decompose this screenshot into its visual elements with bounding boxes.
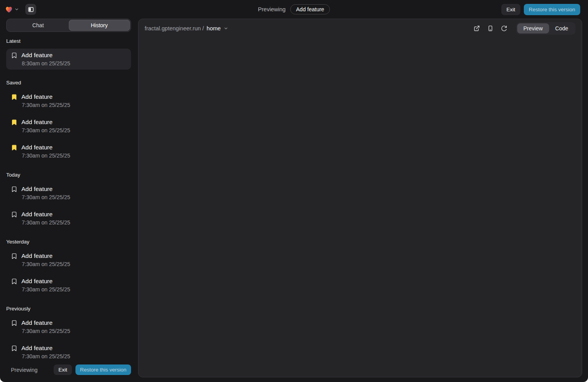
app-window: Previewing Add feature Exit Restore this…: [0, 0, 588, 382]
bookmark-outline-icon: [11, 320, 18, 326]
section-header-previously: Previously: [6, 306, 131, 312]
history-item[interactable]: Add feature7:30am on 25/25/25: [6, 275, 131, 296]
history-item-time: 7:30am on 25/25/25: [22, 127, 126, 133]
footer-previewing-label: Previewing: [11, 367, 37, 373]
history-item-title: Add feature: [21, 52, 52, 59]
bookmark-filled-icon: [11, 94, 18, 100]
history-sidebar: ChatHistory LatestAdd feature8:30am on 2…: [6, 19, 131, 377]
chevron-down-icon: [14, 7, 19, 12]
preview-url-page: home: [206, 25, 220, 32]
preview-url-selector[interactable]: fractal.gptengineer.run / home: [145, 25, 228, 32]
external-link-icon: [474, 25, 480, 32]
sidebar-panel-icon: [28, 6, 34, 13]
sidebar-footer: Previewing Exit Restore this version: [6, 361, 131, 377]
section-header-saved: Saved: [6, 80, 131, 86]
bookmark-outline-icon: [11, 278, 18, 285]
bookmark-filled-icon: [11, 119, 18, 126]
section-header-today: Today: [6, 172, 131, 178]
history-item-time: 7:30am on 25/25/25: [22, 152, 126, 159]
history-item-time: 7:30am on 25/25/25: [22, 353, 126, 359]
bookmark-outline-icon: [11, 186, 18, 193]
history-item[interactable]: Add feature8:30am on 25/25/25: [6, 49, 131, 70]
history-item-time: 7:30am on 25/25/25: [22, 261, 126, 267]
mobile-device-icon: [487, 25, 494, 32]
history-item-time: 7:30am on 25/25/25: [22, 328, 126, 334]
history-item-time: 7:30am on 25/25/25: [22, 194, 126, 200]
restore-version-button[interactable]: Restore this version: [524, 4, 580, 15]
history-item[interactable]: Add feature7:30am on 25/25/25: [6, 90, 131, 111]
history-item-time: 8:30am on 25/25/25: [22, 60, 126, 67]
open-in-new-tab-button[interactable]: [471, 23, 482, 34]
bookmark-filled-icon: [11, 144, 18, 151]
history-item-title: Add feature: [21, 345, 52, 352]
history-item-time: 7:30am on 25/25/25: [22, 286, 126, 293]
view-tab-preview[interactable]: Preview: [517, 23, 549, 33]
tab-history[interactable]: History: [69, 20, 130, 31]
history-item[interactable]: Add feature7:30am on 25/25/25: [6, 141, 131, 162]
history-item-title: Add feature: [21, 252, 52, 259]
section-header-latest: Latest: [6, 38, 131, 44]
top-header: Previewing Add feature Exit Restore this…: [0, 0, 588, 19]
history-item-time: 7:30am on 25/25/25: [22, 102, 126, 108]
refresh-button[interactable]: [499, 23, 509, 34]
history-item-title: Add feature: [21, 186, 52, 193]
bookmark-outline-icon: [11, 52, 18, 59]
history-item[interactable]: Add feature7:30am on 25/25/25: [6, 342, 131, 361]
history-item-time: 7:30am on 25/25/25: [22, 219, 126, 226]
lovable-heart-icon: [5, 5, 13, 14]
previewing-status-label: Previewing: [258, 6, 285, 12]
section-header-yesterday: Yesterday: [6, 239, 131, 245]
preview-panel: fractal.gptengineer.run / home: [138, 19, 582, 377]
sidebar-tabs: ChatHistory: [6, 19, 131, 32]
history-item-title: Add feature: [21, 278, 52, 285]
bookmark-outline-icon: [11, 253, 18, 259]
history-item[interactable]: Add feature7:30am on 25/25/25: [6, 249, 131, 270]
toggle-sidebar-button[interactable]: [25, 4, 36, 15]
chevron-down-icon: [224, 26, 228, 31]
version-badge[interactable]: Add feature: [290, 4, 330, 14]
history-item[interactable]: Add feature7:30am on 25/25/25: [6, 182, 131, 203]
history-item-title: Add feature: [21, 211, 52, 218]
view-mode-tabs: PreviewCode: [516, 22, 576, 35]
view-tab-code[interactable]: Code: [549, 23, 574, 33]
footer-exit-button[interactable]: Exit: [54, 364, 72, 375]
workspace-menu[interactable]: [5, 5, 19, 14]
tab-chat[interactable]: Chat: [7, 20, 69, 31]
bookmark-outline-icon: [11, 345, 18, 352]
history-item-title: Add feature: [21, 144, 52, 151]
history-item-title: Add feature: [21, 119, 52, 126]
bookmark-outline-icon: [11, 211, 18, 218]
history-item[interactable]: Add feature7:30am on 25/25/25: [6, 116, 131, 137]
refresh-icon: [501, 25, 507, 32]
preview-viewport[interactable]: [138, 38, 582, 377]
preview-url-domain: fractal.gptengineer.run /: [145, 25, 204, 32]
history-item[interactable]: Add feature7:30am on 25/25/25: [6, 208, 131, 229]
footer-restore-button[interactable]: Restore this version: [75, 364, 131, 375]
history-item[interactable]: Add feature7:30am on 25/25/25: [6, 316, 131, 337]
history-item-title: Add feature: [21, 93, 52, 100]
mobile-view-button[interactable]: [485, 23, 496, 34]
exit-button[interactable]: Exit: [501, 4, 520, 15]
history-list: LatestAdd feature8:30am on 25/25/25Saved…: [6, 32, 131, 361]
preview-header: fractal.gptengineer.run / home: [138, 19, 582, 38]
history-item-title: Add feature: [21, 319, 52, 326]
